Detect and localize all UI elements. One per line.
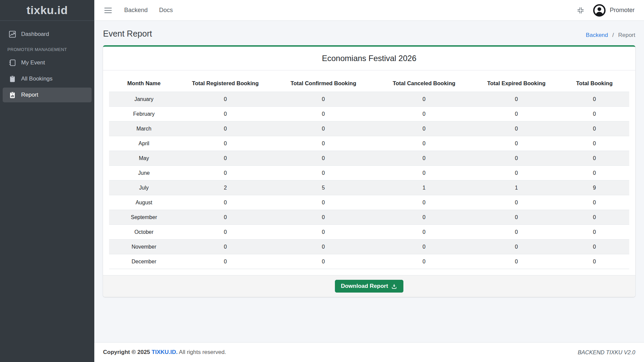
user-avatar-icon[interactable] bbox=[593, 4, 606, 17]
table-cell: 0 bbox=[559, 195, 629, 210]
table-cell: 0 bbox=[375, 107, 473, 121]
table-cell: 0 bbox=[559, 136, 629, 151]
table-cell: 0 bbox=[179, 121, 272, 136]
table-cell: 0 bbox=[179, 151, 272, 166]
table-cell: 0 bbox=[272, 136, 375, 151]
table-cell: 1 bbox=[473, 180, 559, 195]
table-cell: 0 bbox=[559, 107, 629, 121]
table-row: December00000 bbox=[109, 254, 629, 269]
table-cell: 0 bbox=[179, 240, 272, 254]
sidebar-item-report[interactable]: Report bbox=[3, 88, 92, 102]
main-area: Backend Docs Promoter bbox=[94, 0, 644, 362]
table-cell: 0 bbox=[473, 210, 559, 225]
sidebar-item-dashboard[interactable]: Dashboard bbox=[3, 27, 92, 42]
table-cell: 0 bbox=[179, 92, 272, 107]
table-cell: 0 bbox=[179, 210, 272, 225]
sidebar-item-all-bookings[interactable]: All Bookings bbox=[3, 71, 92, 86]
page-title: Event Report bbox=[103, 29, 152, 39]
table-cell: 0 bbox=[272, 210, 375, 225]
table-cell: 0 bbox=[559, 225, 629, 240]
sidebar-item-label: Dashboard bbox=[21, 31, 49, 38]
footer-brand-link[interactable]: TIXKU.ID. bbox=[152, 349, 178, 355]
table-cell: 0 bbox=[375, 210, 473, 225]
nav-link-docs[interactable]: Docs bbox=[153, 7, 179, 14]
sidebar-item-label: All Bookings bbox=[21, 75, 53, 82]
table-cell: 0 bbox=[272, 254, 375, 269]
table-cell: October bbox=[109, 225, 179, 240]
card-footer: Download Report bbox=[103, 275, 635, 297]
sidebar-menu: Dashboard PROMOTER MANAGEMENT My Event A… bbox=[0, 21, 94, 106]
user-menu-label[interactable]: Promoter bbox=[610, 7, 635, 14]
table-cell: 9 bbox=[559, 180, 629, 195]
card-header: Economians Festival 2026 bbox=[103, 47, 635, 70]
table-cell: January bbox=[109, 92, 179, 107]
app-window: tixku.id Dashboard PROMOTER MANAGEMENT bbox=[0, 0, 644, 362]
column-header: Total Registered Booking bbox=[179, 75, 272, 92]
brand-logo-text: tixku.id bbox=[27, 4, 68, 17]
table-cell: 0 bbox=[375, 195, 473, 210]
copyright: Copyright © 2025 TIXKU.ID. All rights re… bbox=[103, 349, 226, 356]
card-body: Month NameTotal Registered BookingTotal … bbox=[103, 70, 635, 275]
table-row: October00000 bbox=[109, 225, 629, 240]
table-cell: 0 bbox=[559, 121, 629, 136]
table-cell: 0 bbox=[473, 92, 559, 107]
copyright-prefix: Copyright © 2025 bbox=[103, 349, 150, 355]
brand-logo[interactable]: tixku.id bbox=[0, 0, 94, 21]
table-cell: 0 bbox=[179, 225, 272, 240]
table-cell: 0 bbox=[179, 166, 272, 180]
sidebar-item-my-event[interactable]: My Event bbox=[3, 55, 92, 70]
column-header: Month Name bbox=[109, 75, 179, 92]
fullscreen-toggle-icon[interactable] bbox=[577, 7, 584, 14]
table-cell: November bbox=[109, 240, 179, 254]
table-cell: April bbox=[109, 136, 179, 151]
table-cell: 0 bbox=[473, 151, 559, 166]
report-table: Month NameTotal Registered BookingTotal … bbox=[109, 75, 629, 269]
breadcrumb-link-backend[interactable]: Backend bbox=[586, 32, 608, 38]
table-cell: August bbox=[109, 195, 179, 210]
table-row: June00000 bbox=[109, 166, 629, 180]
table-row: April00000 bbox=[109, 136, 629, 151]
table-cell: 0 bbox=[272, 121, 375, 136]
table-cell: 0 bbox=[473, 240, 559, 254]
table-cell: 0 bbox=[375, 240, 473, 254]
table-cell: September bbox=[109, 210, 179, 225]
content-header: Event Report Backend / Report bbox=[94, 21, 644, 45]
table-row: July25119 bbox=[109, 180, 629, 195]
table-cell: 0 bbox=[375, 121, 473, 136]
column-header: Total Confirmed Booking bbox=[272, 75, 375, 92]
backend-version: BACKEND TIXKU V2.0 bbox=[578, 349, 635, 356]
table-cell: 5 bbox=[272, 180, 375, 195]
download-icon bbox=[391, 283, 397, 290]
content-wrapper: Event Report Backend / Report Economians… bbox=[94, 21, 644, 342]
table-cell: 0 bbox=[559, 210, 629, 225]
table-cell: December bbox=[109, 254, 179, 269]
column-header: Total Canceled Booking bbox=[375, 75, 473, 92]
table-cell: 0 bbox=[179, 107, 272, 121]
breadcrumb-separator: / bbox=[612, 32, 614, 38]
chart-line-icon bbox=[9, 31, 16, 38]
column-header: Total Expired Booking bbox=[473, 75, 559, 92]
table-cell: 0 bbox=[375, 166, 473, 180]
address-book-icon bbox=[9, 59, 16, 66]
table-cell: 0 bbox=[179, 254, 272, 269]
table-cell: 0 bbox=[473, 225, 559, 240]
clipboard-chart-icon bbox=[9, 91, 16, 99]
nav-link-backend[interactable]: Backend bbox=[118, 7, 153, 14]
table-cell: 0 bbox=[272, 151, 375, 166]
breadcrumb: Backend / Report bbox=[586, 32, 635, 39]
table-cell: 0 bbox=[559, 151, 629, 166]
table-cell: 1 bbox=[375, 180, 473, 195]
table-header-row: Month NameTotal Registered BookingTotal … bbox=[109, 75, 629, 92]
table-cell: 0 bbox=[473, 136, 559, 151]
download-report-button[interactable]: Download Report bbox=[335, 280, 404, 293]
table-row: March00000 bbox=[109, 121, 629, 136]
event-title: Economians Festival 2026 bbox=[109, 54, 629, 63]
menu-icon[interactable] bbox=[104, 7, 112, 13]
table-cell: 2 bbox=[179, 180, 272, 195]
table-cell: May bbox=[109, 151, 179, 166]
table-cell: 0 bbox=[375, 136, 473, 151]
table-cell: 0 bbox=[559, 166, 629, 180]
table-cell: 0 bbox=[473, 121, 559, 136]
table-cell: 0 bbox=[272, 240, 375, 254]
table-row: November00000 bbox=[109, 240, 629, 254]
